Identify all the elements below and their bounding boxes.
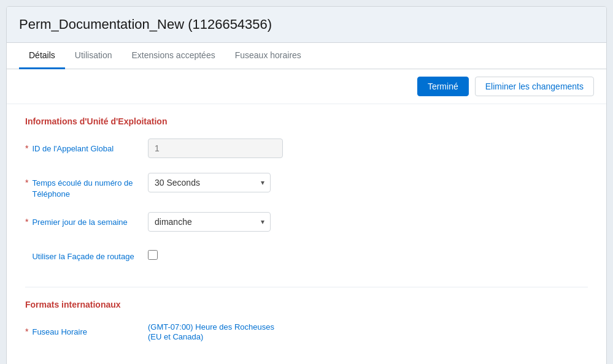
- content-area: Informations d'Unité d'Exploitation * ID…: [7, 104, 606, 364]
- control-col-timezone: (GMT-07:00) Heure des Rocheuses (EU et C…: [148, 322, 283, 341]
- control-col-caller-id: [148, 138, 283, 158]
- page-title: Perm_Documentation_New (1126654356): [19, 17, 272, 32]
- tab-extensions[interactable]: Extensions acceptées: [122, 43, 225, 69]
- tab-utilisation[interactable]: Utilisation: [65, 43, 122, 69]
- card-header: Perm_Documentation_New (1126654356): [7, 7, 606, 43]
- form-row-phone-timeout: * Temps écoulé du numéro de Téléphone 30…: [25, 173, 588, 200]
- first-day-select-wrapper: dimanche lundi mardi mercredi jeudi vend…: [148, 212, 271, 232]
- phone-timeout-select-wrapper: 30 Seconds 60 Seconds 90 Seconds ▾: [148, 173, 271, 192]
- toolbar: Terminé Eliminer les changements: [7, 69, 606, 104]
- section-international: Formats internationaux * Fuseau Horaire …: [25, 300, 588, 344]
- control-col-phone-timeout: 30 Seconds 60 Seconds 90 Seconds ▾: [148, 173, 283, 192]
- routing-facade-checkbox-wrapper: [148, 246, 283, 260]
- label-col-phone-timeout: * Temps écoulé du numéro de Téléphone: [25, 173, 148, 200]
- label-col-caller-id: * ID de l'Appelant Global: [25, 138, 148, 154]
- tab-details[interactable]: Détails: [19, 43, 65, 69]
- timezone-link[interactable]: (GMT-07:00) Heure des Rocheuses (EU et C…: [148, 322, 274, 341]
- section-exploitation-title: Informations d'Unité d'Exploitation: [25, 116, 588, 126]
- label-caller-id: ID de l'Appelant Global: [32, 143, 114, 154]
- section-divider: [25, 287, 588, 287]
- label-col-routing-facade: * Utiliser la Façade de routage: [25, 246, 148, 262]
- label-phone-timeout: Temps écoulé du numéro de Téléphone: [32, 178, 148, 200]
- label-timezone: Fuseau Horaire: [32, 327, 87, 338]
- required-star-phone-timeout: *: [25, 178, 28, 188]
- section-international-title: Formats internationaux: [25, 300, 588, 309]
- tab-bar: Détails Utilisation Extensions acceptées…: [7, 43, 606, 69]
- required-star-first-day: *: [25, 217, 28, 227]
- main-card: Perm_Documentation_New (1126654356) Déta…: [6, 6, 607, 364]
- tab-fuseaux[interactable]: Fuseaux horaires: [225, 43, 311, 69]
- form-row-timezone: * Fuseau Horaire (GMT-07:00) Heure des R…: [25, 322, 588, 344]
- main-window: Perm_Documentation_New (1126654356) Déta…: [0, 0, 613, 364]
- required-star-caller-id: *: [25, 143, 28, 153]
- label-col-timezone: * Fuseau Horaire: [25, 322, 148, 338]
- label-routing-facade: Utiliser la Façade de routage: [32, 251, 134, 262]
- done-button[interactable]: Terminé: [417, 77, 469, 96]
- caller-id-input[interactable]: [148, 138, 283, 158]
- form-row-caller-id: * ID de l'Appelant Global: [25, 138, 588, 161]
- section-exploitation: Informations d'Unité d'Exploitation * ID…: [25, 116, 588, 268]
- form-row-first-day: * Premier jour de la semaine dimanche lu…: [25, 212, 588, 234]
- label-col-first-day: * Premier jour de la semaine: [25, 212, 148, 228]
- discard-button[interactable]: Eliminer les changements: [475, 77, 594, 96]
- phone-timeout-select[interactable]: 30 Seconds 60 Seconds 90 Seconds: [148, 173, 271, 192]
- form-row-routing-facade: * Utiliser la Façade de routage: [25, 246, 588, 268]
- control-col-first-day: dimanche lundi mardi mercredi jeudi vend…: [148, 212, 283, 232]
- required-star-timezone: *: [25, 327, 28, 336]
- first-day-select[interactable]: dimanche lundi mardi mercredi jeudi vend…: [148, 212, 271, 232]
- control-col-routing-facade: [148, 246, 283, 260]
- label-first-day: Premier jour de la semaine: [32, 217, 127, 228]
- routing-facade-checkbox[interactable]: [148, 250, 158, 260]
